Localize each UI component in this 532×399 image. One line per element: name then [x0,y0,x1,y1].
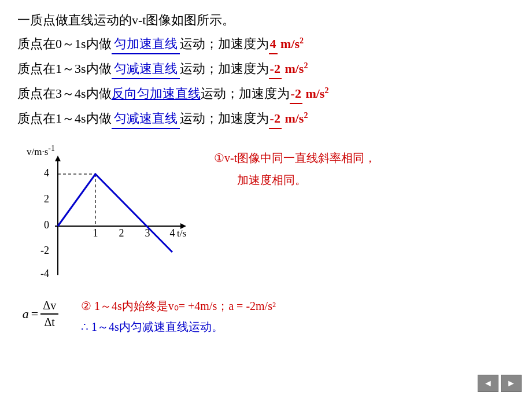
prev-button[interactable]: ◄ [478,375,498,392]
line1-answer: 匀加速直线 [112,34,180,54]
line4-accel: -2 [269,109,282,129]
line3-suffix: 运动；加速度为 [201,84,290,103]
svg-text:4: 4 [44,167,49,179]
line1-accel: 4 [269,34,278,54]
line2-suffix: 运动；加速度为 [180,59,269,78]
note1-text: ①v-t图像中同一直线斜率相同， [214,149,532,167]
formula-display: a = Δv Δt [23,299,58,329]
intro-text: 一质点做直线运动的v-t图像如图所示。 [17,10,235,29]
formula-box: a = Δv Δt [6,293,75,329]
line2-unit: m/s2 [282,59,308,78]
svg-text:0: 0 [44,219,49,231]
line2-accel: -2 [269,59,282,79]
note3-text: ∴ 1～4s内匀减速直线运动。 [81,316,532,337]
line4-answer: 匀减速直线 [112,109,180,129]
next-button[interactable]: ► [501,375,522,392]
line-4: 质点在1～4s内做 匀减速直线 运动；加速度为 -2 m/s2 [17,109,515,129]
line3-unit: m/s2 [302,84,329,103]
svg-text:1: 1 [93,227,98,239]
line1-suffix: 运动；加速度为 [180,34,269,53]
svg-text:2: 2 [119,227,124,239]
svg-text:-2: -2 [40,245,49,256]
line1-unit: m/s2 [278,34,304,53]
svg-text:2: 2 [44,193,49,205]
line-2: 质点在1～3s内做 匀减速直线 运动；加速度为 -2 m/s2 [17,59,515,79]
line4-unit: m/s2 [282,109,308,128]
svg-marker-3 [55,156,61,161]
line1-prefix: 质点在0～1s内做 [17,34,112,53]
nav-buttons: ◄ ► [478,375,522,392]
line-3: 质点在3～4s内做 反向匀加速直线 运动；加速度为 -2 m/s2 [17,84,515,104]
chart-section: v/m·s-1 4 2 0 -2 -4 [0,143,532,293]
line3-prefix: 质点在3～4s内做 [17,84,112,103]
line3-answer: 反向匀加速直线 [112,84,201,103]
line4-suffix: 运动；加速度为 [180,109,269,128]
chart-notes: ①v-t图像中同一直线斜率相同， 加速度相同。 [202,143,532,293]
note2-box: ② 1～4s内始终是v₀= +4m/s；a = -2m/s² ∴ 1～4s内匀减… [75,293,532,337]
line3-accel: -2 [290,84,302,104]
line2-answer: 匀减速直线 [112,59,180,79]
line-1: 质点在0～1s内做 匀加速直线 运动；加速度为 4 m/s2 [17,34,515,54]
line2-prefix: 质点在1～3s内做 [17,59,112,78]
note2-text: ② 1～4s内始终是v₀= +4m/s；a = -2m/s² [81,295,532,316]
note1b-text: 加速度相同。 [214,171,532,189]
line4-prefix: 质点在1～4s内做 [17,109,112,128]
intro-line: 一质点做直线运动的v-t图像如图所示。 [17,10,515,29]
vt-chart: 4 2 0 -2 -4 1 2 3 4 t/s [23,151,191,284]
bottom-section: a = Δv Δt ② 1～4s内始终是v₀= +4m/s；a = -2m/s²… [0,293,532,337]
svg-text:-4: -4 [40,268,49,279]
chart-container: v/m·s-1 4 2 0 -2 -4 [6,143,202,293]
svg-text:4: 4 [170,227,175,239]
svg-text:t/s: t/s [177,228,186,239]
